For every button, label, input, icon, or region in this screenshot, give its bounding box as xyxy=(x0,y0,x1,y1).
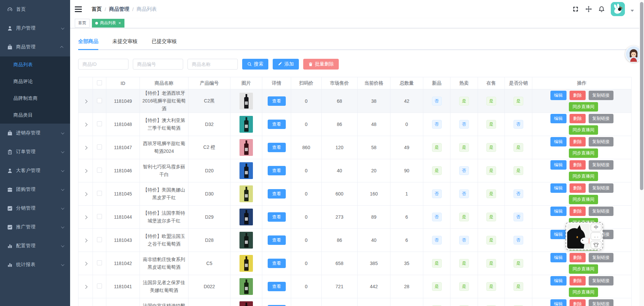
sidebar-item[interactable]: 推广管理 xyxy=(0,218,70,236)
copy-link-button[interactable]: 复制链接 xyxy=(589,160,613,170)
expand-row-icon[interactable] xyxy=(84,192,87,196)
product-image[interactable] xyxy=(239,301,253,306)
add-button[interactable]: 添加 xyxy=(273,59,299,70)
product-image[interactable] xyxy=(239,139,253,156)
product-image[interactable] xyxy=(239,255,253,272)
edit-button[interactable]: 编辑 xyxy=(550,207,567,216)
delete-button[interactable]: 删除 xyxy=(570,91,586,100)
tab-submitted[interactable]: 已提交审核 xyxy=(152,35,177,49)
product-image[interactable] xyxy=(239,162,253,179)
tab-all-goods[interactable]: 全部商品 xyxy=(78,35,98,49)
delete-button[interactable]: 删除 xyxy=(570,207,586,216)
view-detail-button[interactable]: 查看 xyxy=(268,282,286,291)
row-checkbox[interactable] xyxy=(97,283,102,289)
tag-home[interactable]: 首页 xyxy=(75,19,90,28)
sync-live-button[interactable]: 同步直播间 xyxy=(569,125,598,135)
sidebar-item[interactable]: 大客户管理 xyxy=(0,161,70,180)
edit-button[interactable]: 编辑 xyxy=(550,253,567,262)
tag-goods-list[interactable]: 商品列表 × xyxy=(92,19,124,28)
row-checkbox[interactable] xyxy=(97,260,102,265)
expand-row-icon[interactable] xyxy=(84,238,87,242)
edit-button[interactable]: 编辑 xyxy=(550,160,567,170)
product-image[interactable] xyxy=(239,232,253,249)
view-detail-button[interactable]: 查看 xyxy=(268,212,286,222)
search-button[interactable]: 搜索 xyxy=(242,59,268,70)
view-detail-button[interactable]: 查看 xyxy=(268,120,286,129)
ime-skin-button[interactable] xyxy=(591,241,601,249)
view-detail-button[interactable]: 查看 xyxy=(268,166,286,175)
copy-link-button[interactable]: 复制链接 xyxy=(589,299,613,306)
view-detail-button[interactable]: 查看 xyxy=(268,96,286,106)
sidebar-subitem[interactable]: 品牌制造商 xyxy=(0,90,70,107)
hamburger-menu-icon[interactable] xyxy=(75,3,87,15)
view-detail-button[interactable]: 查看 xyxy=(268,143,286,152)
goods-id-input[interactable] xyxy=(78,59,128,70)
row-checkbox[interactable] xyxy=(97,98,102,103)
row-checkbox[interactable] xyxy=(97,214,102,219)
goods-name-input[interactable] xyxy=(187,59,238,70)
expand-row-icon[interactable] xyxy=(84,262,87,265)
copy-link-button[interactable]: 复制链接 xyxy=(589,276,613,286)
copy-link-button[interactable]: 复制链接 xyxy=(589,207,613,216)
chevron-down-icon[interactable] xyxy=(631,10,634,12)
notification-bell-icon[interactable] xyxy=(598,6,605,13)
sidebar-item[interactable]: 统计报表 xyxy=(0,255,70,274)
goods-code-input[interactable] xyxy=(133,59,183,70)
edit-button[interactable]: 编辑 xyxy=(550,137,567,146)
delete-button[interactable]: 删除 xyxy=(570,183,586,193)
copy-link-button[interactable]: 复制链接 xyxy=(589,183,613,193)
delete-button[interactable]: 删除 xyxy=(570,253,586,262)
ime-toolbar-popup[interactable]: 中 。, xyxy=(566,222,603,250)
move-arrows-icon[interactable] xyxy=(585,5,592,13)
breadcrumb-goods-mgmt[interactable]: 商品管理 xyxy=(109,6,129,12)
product-image[interactable] xyxy=(239,209,253,225)
sidebar-item[interactable]: 订单管理 xyxy=(0,142,70,161)
sidebar-subitem[interactable]: 商品类目 xyxy=(0,107,70,124)
sidebar-item[interactable]: 团购管理 xyxy=(0,180,70,199)
ime-mode-button[interactable]: 中 xyxy=(591,224,601,231)
sidebar-item[interactable]: 用户管理 xyxy=(0,19,70,38)
view-detail-button[interactable]: 查看 xyxy=(268,259,286,268)
user-avatar[interactable] xyxy=(611,2,625,16)
expand-row-icon[interactable] xyxy=(84,285,87,289)
breadcrumb-home[interactable]: 首页 xyxy=(92,6,102,12)
row-checkbox[interactable] xyxy=(97,144,102,149)
sidebar-item[interactable]: 分销管理 xyxy=(0,199,70,218)
edit-button[interactable]: 编辑 xyxy=(550,183,567,193)
expand-row-icon[interactable] xyxy=(84,99,87,103)
copy-link-button[interactable]: 复制链接 xyxy=(589,114,613,123)
edit-button[interactable]: 编辑 xyxy=(550,299,567,306)
sync-live-button[interactable]: 同步直播间 xyxy=(569,288,598,297)
product-image[interactable] xyxy=(239,116,253,133)
close-icon[interactable]: × xyxy=(118,21,121,25)
page-scrollbar[interactable] xyxy=(639,0,644,306)
edit-button[interactable]: 编辑 xyxy=(550,91,567,100)
expand-row-icon[interactable] xyxy=(84,215,87,219)
edit-button[interactable]: 编辑 xyxy=(550,230,567,239)
row-checkbox[interactable] xyxy=(97,121,102,126)
view-detail-button[interactable]: 查看 xyxy=(268,189,286,199)
fullscreen-icon[interactable] xyxy=(572,5,579,13)
sync-live-button[interactable]: 同步直播间 xyxy=(569,102,598,112)
sync-live-button[interactable]: 同步直播间 xyxy=(569,195,598,204)
ime-punctuation-button[interactable]: 。, xyxy=(591,232,601,240)
tab-not-submitted[interactable]: 未提交审核 xyxy=(112,35,138,49)
sidebar-subitem[interactable]: 商品列表 xyxy=(0,56,70,73)
delete-button[interactable]: 删除 xyxy=(570,299,586,306)
sync-live-button[interactable]: 同步直播间 xyxy=(569,148,598,158)
sidebar-item[interactable]: 配置管理 xyxy=(0,236,70,255)
sidebar-item[interactable]: 首页 xyxy=(0,0,70,19)
delete-button[interactable]: 删除 xyxy=(570,114,586,123)
scrollbar-thumb[interactable] xyxy=(640,2,643,190)
delete-button[interactable]: 删除 xyxy=(570,160,586,170)
product-image[interactable] xyxy=(239,185,253,202)
product-image[interactable] xyxy=(239,93,253,110)
product-image[interactable] xyxy=(239,278,253,295)
sidebar-item[interactable]: 进销存管理 xyxy=(0,124,70,142)
view-detail-button[interactable]: 查看 xyxy=(268,235,286,245)
batch-delete-button[interactable]: 批量删除 xyxy=(303,59,339,70)
row-checkbox[interactable] xyxy=(97,191,102,196)
select-all-checkbox[interactable] xyxy=(97,80,102,85)
delete-button[interactable]: 删除 xyxy=(570,276,586,286)
delete-button[interactable]: 删除 xyxy=(570,137,586,146)
